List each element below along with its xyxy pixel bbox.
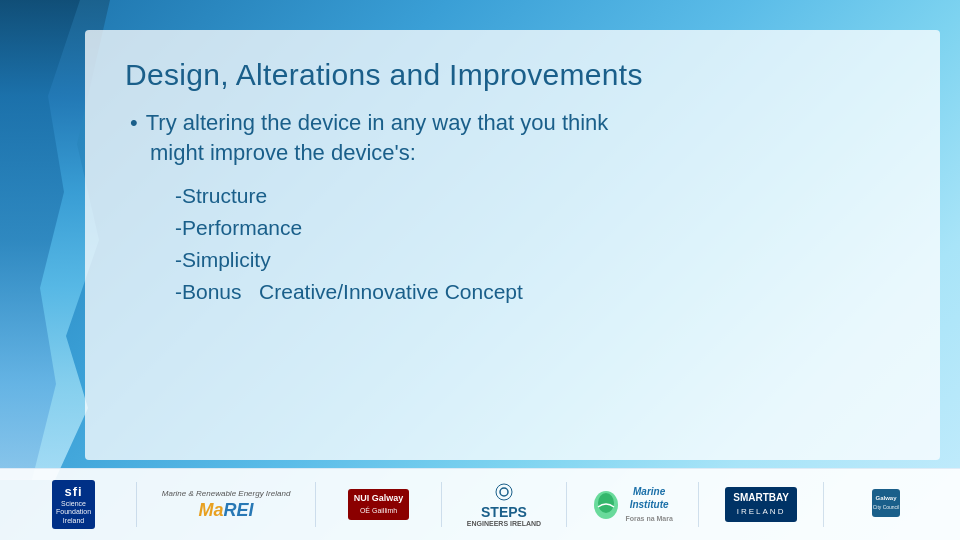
svg-point-1: [496, 484, 512, 500]
logo-divider-2: [315, 482, 316, 527]
logo-bar: sfi ScienceFoundationIreland Marine & Re…: [0, 468, 960, 540]
bullet-list: -Structure -Performance -Simplicity -Bon…: [125, 184, 905, 304]
logo-smartbay: SMARTBAYIRELAND: [716, 477, 806, 533]
marine-logo-icon: [592, 489, 620, 521]
bullet-structure: -Structure: [175, 184, 905, 208]
logo-marei: Marine & Renewable Energy Ireland MaREI: [154, 477, 299, 533]
bullet-performance: -Performance: [175, 216, 905, 240]
galway-logo-icon: Galway City Council: [868, 485, 904, 521]
logo-divider-5: [698, 482, 699, 527]
content-panel: Design, Alterations and Improvements •Tr…: [85, 30, 940, 460]
slide-title: Design, Alterations and Improvements: [125, 58, 905, 92]
intro-line2: might improve the device's:: [125, 140, 905, 166]
logo-divider-6: [823, 482, 824, 527]
logo-divider-3: [441, 482, 442, 527]
logo-steps: STEPS ENGINEERS IRELAND: [459, 477, 549, 533]
svg-text:City Council: City Council: [873, 504, 900, 510]
svg-text:Galway: Galway: [876, 495, 898, 501]
svg-point-3: [598, 493, 614, 513]
logo-galway-extra: Galway City Council: [841, 477, 931, 533]
logo-divider-4: [566, 482, 567, 527]
logo-sfi: sfi ScienceFoundationIreland: [29, 477, 119, 533]
bullet-bonus: -Bonus Creative/Innovative Concept: [175, 280, 905, 304]
intro-line1: •Try altering the device in any way that…: [125, 110, 905, 136]
steps-icon: [494, 482, 514, 502]
bullet-marker: •: [130, 110, 138, 136]
logo-marine-institute: MarineInstituteForas na Mara: [584, 477, 680, 533]
logo-nui-galway: NUI GalwayOÉ Gaillimh: [334, 477, 424, 533]
logo-divider-1: [136, 482, 137, 527]
bullet-simplicity: -Simplicity: [175, 248, 905, 272]
svg-rect-4: [872, 489, 900, 517]
svg-point-0: [500, 488, 508, 496]
